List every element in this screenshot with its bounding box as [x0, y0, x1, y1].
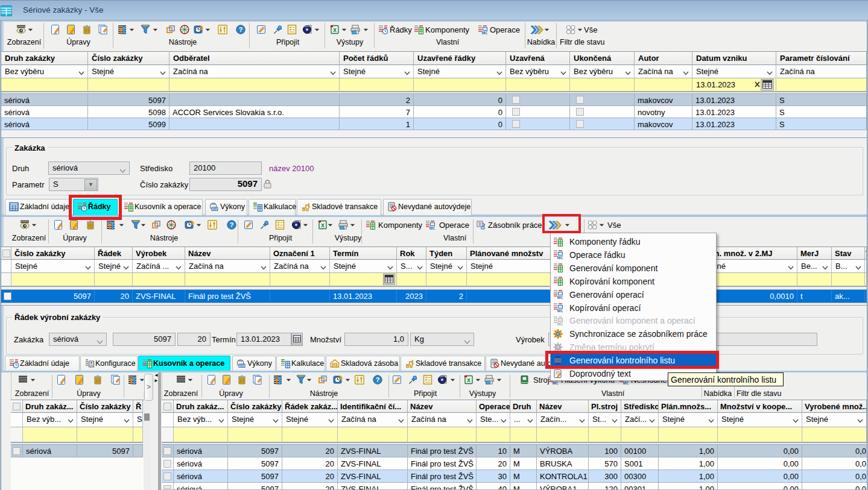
svg-text:x: x — [333, 27, 337, 33]
svg-text:?: ? — [239, 26, 243, 33]
svg-text:MO: MO — [557, 321, 563, 325]
svg-text:MO: MO — [557, 256, 563, 260]
svg-text:?: ? — [230, 221, 234, 228]
svg-text:MO: MO — [557, 309, 563, 313]
svg-text:?: ? — [376, 376, 380, 383]
svg-text:MO: MO — [482, 31, 487, 35]
svg-text:x: x — [321, 222, 325, 228]
svg-text:x: x — [467, 377, 470, 383]
svg-text:MO: MO — [553, 381, 558, 385]
svg-text:MO: MO — [429, 226, 435, 230]
svg-text:MO: MO — [623, 381, 629, 385]
svg-text:MO: MO — [557, 295, 563, 300]
